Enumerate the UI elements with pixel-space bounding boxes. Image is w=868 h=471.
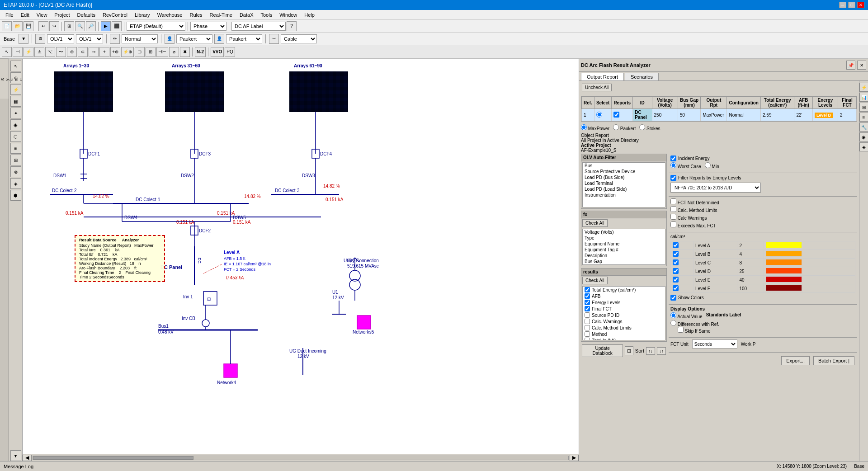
del-tool[interactable]: ✖ (180, 47, 190, 57)
menu-project[interactable]: Project (51, 11, 73, 19)
olv1-select[interactable]: OLV1 (47, 34, 74, 43)
fct-not-determined-cb[interactable] (670, 198, 676, 204)
result-source-pd-id[interactable]: Source PD ID (583, 312, 665, 318)
results-list[interactable]: Total Energy (cal/cm²) AFB Energy Levels… (582, 286, 665, 340)
olv-list[interactable]: Bus Source Protective Device Load PD (Bu… (582, 162, 665, 207)
paukert2-select[interactable]: Paukert (226, 34, 262, 43)
skip-same-label[interactable]: Skip If Same (678, 327, 855, 334)
level-f-cb[interactable] (673, 285, 679, 291)
olv-item-load-pd-bus[interactable]: Load PD (Bus Side) (583, 174, 665, 180)
show-colors-cb[interactable] (670, 295, 676, 301)
result-energy-levels[interactable]: Energy Levels (583, 299, 665, 306)
menu-datax[interactable]: DataX (236, 11, 257, 19)
paukert-icon[interactable]: 👤 (165, 34, 175, 44)
save-btn[interactable]: 💾 (24, 21, 33, 31)
menu-warehouse[interactable]: Warehouse (154, 11, 186, 19)
strip-icon-6[interactable]: ◉ (859, 132, 868, 141)
level-a-cb[interactable] (673, 242, 679, 248)
h-scroll-track[interactable] (33, 456, 569, 460)
sort-za-btn[interactable]: ↓↑ (657, 347, 666, 355)
incident-energy-cb[interactable] (670, 155, 676, 161)
add-tool[interactable]: + (99, 47, 109, 57)
branch2-tool[interactable]: ⌀ (169, 47, 179, 57)
olv-item-source-pd[interactable]: Source Protective Device (583, 169, 665, 174)
redo-btn[interactable]: ↪ (49, 21, 59, 31)
base-dropdown-btn[interactable]: ▼ (19, 34, 28, 44)
result-total-ia[interactable]: Total Ia (kA) (583, 337, 665, 340)
left-tool-1[interactable]: ↖ (10, 61, 21, 71)
filter-working-dist[interactable]: Working Distance (583, 264, 665, 265)
new-btn[interactable]: 📄 (2, 21, 12, 31)
edit-mode-btn[interactable]: ✏ (110, 34, 120, 44)
paukert2-icon[interactable]: 👤 (214, 34, 224, 44)
left-tool-6[interactable]: ◉ (10, 119, 21, 130)
filter-type[interactable]: Type (583, 235, 665, 241)
bus-tool[interactable]: ⊣ (13, 47, 23, 57)
olv-item-instrumentation[interactable]: Instrumentation (583, 192, 665, 198)
result-afb[interactable]: AFB (583, 293, 665, 299)
filter-check-all-btn[interactable]: Check All (582, 219, 608, 227)
filter-equip-name[interactable]: Equipment Name (583, 241, 665, 247)
fct-unit-select[interactable]: Seconds (692, 339, 737, 349)
fct-not-determined-label[interactable]: FCT Not Determined (670, 198, 855, 205)
add2-tool[interactable]: +⊕ (110, 47, 120, 57)
menu-revcontrol[interactable]: RevControl (99, 11, 131, 19)
left-tool-4[interactable]: ▦ (10, 96, 21, 107)
arc-tool[interactable]: ⚡ (24, 47, 33, 57)
calc-warnings-cb[interactable] (670, 214, 676, 220)
normal-select[interactable]: Normal (122, 34, 158, 43)
open-btn[interactable]: 📂 (13, 21, 23, 31)
nfpa-select[interactable]: NFPA 70E 2012 to 2018 /UD (670, 183, 761, 193)
etap-profile-select[interactable]: ETAP (Default) (127, 22, 185, 31)
level-e-cb[interactable] (673, 277, 679, 283)
calc-method-limits-label[interactable]: Calc. Method Limits (670, 206, 855, 213)
batch-export-btn[interactable]: Batch Export | (813, 356, 854, 365)
zoom-in-btn[interactable]: 🔍 (75, 21, 85, 31)
load-tool[interactable]: 〜 (56, 47, 66, 57)
strip-icon-1[interactable]: ⚡ (859, 83, 868, 92)
export-btn[interactable]: Export... (781, 356, 810, 365)
minimize-btn[interactable]: ─ (839, 2, 846, 8)
strip-icon-5[interactable]: 🔧 (859, 122, 868, 132)
h-scroll-thumb[interactable] (33, 456, 193, 460)
level-d-cb[interactable] (673, 268, 679, 274)
maxpower-radio-label[interactable]: MaxPower (581, 124, 609, 131)
branch-tool[interactable]: ⌥ (45, 47, 55, 57)
cable-select[interactable]: Cable (281, 34, 317, 43)
tab-scenarios[interactable]: Scenarios (625, 73, 659, 80)
filter-description[interactable]: Description (583, 253, 665, 259)
help-btn[interactable]: ? (287, 21, 297, 31)
level-b-cb[interactable] (673, 251, 679, 257)
paukert-radio-label[interactable]: Paukert (613, 124, 636, 131)
more-tool[interactable]: ⊞ (146, 47, 156, 57)
sys-manager-tab[interactable]: SystemManager (0, 59, 9, 99)
pq-btn[interactable]: PQ (225, 47, 235, 57)
olv1-dropdown[interactable]: OLV1 (76, 34, 103, 43)
sw-tool[interactable]: ⊸ (89, 47, 99, 57)
worst-case-label[interactable]: Worst Case (670, 162, 701, 169)
strip-icon-3[interactable]: ⊞ (859, 103, 868, 112)
menu-help[interactable]: Help (301, 11, 318, 19)
olv-item-load-pd-load[interactable]: Load PD (Load Side) (583, 186, 665, 192)
run-btn[interactable]: ▶ (101, 21, 111, 31)
menu-tools[interactable]: Tools (257, 11, 276, 19)
olv-item-bus[interactable]: Bus (583, 163, 665, 169)
result-final-fct[interactable]: Final FCT (583, 306, 665, 312)
menu-window[interactable]: Window (276, 11, 301, 19)
menu-library[interactable]: Library (131, 11, 154, 19)
paukert-select[interactable]: Paukert (176, 34, 212, 43)
strip-icon-2[interactable]: 📊 (859, 93, 868, 102)
menu-realtime[interactable]: Real-Time (206, 11, 236, 19)
cb-tool[interactable]: ⊣⊢ (156, 47, 168, 57)
analyzer-close-btn[interactable]: ✕ (857, 61, 866, 70)
left-tool-bottom[interactable]: ▼ (10, 450, 21, 461)
cell-radio[interactable] (594, 109, 611, 121)
filter-equip-tag[interactable]: Equipment Tag # (583, 247, 665, 253)
menu-defaults[interactable]: Defaults (74, 11, 99, 19)
cable-icon[interactable]: 〰 (269, 34, 279, 44)
result-method[interactable]: Method (583, 331, 665, 337)
cell-checkbox[interactable] (612, 109, 633, 121)
undo-btn[interactable]: ↩ (38, 21, 48, 31)
zoom-fit-btn[interactable]: ⊞ (64, 21, 74, 31)
vvo-btn[interactable]: VVO (211, 47, 224, 57)
